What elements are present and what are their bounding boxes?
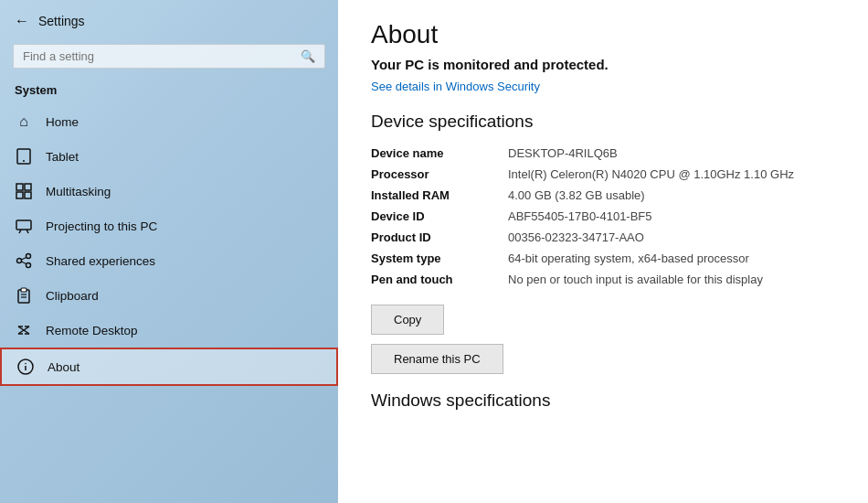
spec-label-3: Device ID	[371, 208, 499, 225]
search-icon: 🔍	[301, 49, 315, 63]
spec-value-1: Intel(R) Celeron(R) N4020 CPU @ 1.10GHz …	[508, 166, 835, 183]
nav-projecting[interactable]: Projecting to this PC	[0, 209, 338, 243]
nav-home-label: Home	[46, 115, 79, 129]
nav-tablet[interactable]: Tablet	[0, 139, 338, 174]
nav-multitasking-label: Multitasking	[46, 185, 111, 198]
nav-clipboard[interactable]: Clipboard	[0, 278, 338, 313]
projecting-icon	[15, 218, 33, 234]
home-icon	[15, 113, 33, 130]
nav-home[interactable]: Home	[0, 104, 338, 139]
nav-remote-label: Remote Desktop	[46, 324, 138, 337]
search-input[interactable]	[23, 49, 301, 63]
spec-value-4: 00356-02323-34717-AAO	[508, 229, 835, 246]
nav-clipboard-label: Clipboard	[46, 289, 99, 303]
svg-rect-2	[16, 184, 23, 190]
clipboard-icon	[15, 287, 33, 304]
nav-multitasking[interactable]: Multitasking	[0, 174, 338, 209]
svg-rect-3	[25, 184, 31, 190]
spec-value-6: No pen or touch input is available for t…	[508, 271, 835, 288]
spec-value-2: 4.00 GB (3.82 GB usable)	[508, 187, 835, 204]
svg-point-11	[26, 263, 31, 268]
svg-rect-4	[16, 192, 23, 198]
spec-label-4: Product ID	[371, 229, 499, 246]
spec-value-0: DESKTOP-4RILQ6B	[508, 144, 835, 162]
spec-value-3: ABF55405-17B0-4101-BF5	[508, 208, 835, 225]
main-content: About Your PC is monitored and protected…	[338, 0, 868, 503]
spec-label-1: Processor	[371, 166, 499, 183]
nav-shared-label: Shared experiences	[46, 254, 155, 268]
nav-shared[interactable]: Shared experiences	[0, 243, 338, 278]
copy-button[interactable]: Copy	[371, 305, 444, 335]
device-specs-title: Device specifications	[371, 112, 835, 132]
svg-point-1	[23, 160, 25, 162]
remote-icon	[15, 322, 33, 338]
button-row: Copy	[371, 305, 835, 344]
settings-title: Settings	[38, 14, 85, 28]
nav-tablet-label: Tablet	[46, 150, 79, 164]
spec-label-5: System type	[371, 250, 499, 267]
about-icon	[16, 359, 35, 375]
nav-about-label: About	[48, 360, 79, 374]
sidebar: ← Settings 🔍 System Home Tablet Mult	[0, 0, 338, 503]
spec-label-0: Device name	[371, 144, 499, 162]
sidebar-header[interactable]: ← Settings	[0, 0, 338, 38]
page-title: About	[371, 20, 835, 49]
svg-rect-5	[25, 192, 31, 198]
rename-row: Rename this PC	[371, 344, 835, 391]
svg-line-13	[22, 262, 26, 264]
svg-point-10	[17, 259, 22, 263]
protected-text: Your PC is monitored and protected.	[371, 57, 835, 72]
spec-value-5: 64-bit operating system, x64-based proce…	[508, 250, 835, 267]
nav-projecting-label: Projecting to this PC	[46, 219, 157, 233]
nav-remote[interactable]: Remote Desktop	[0, 313, 338, 348]
system-label: System	[0, 80, 338, 104]
windows-specs-title: Windows specifications	[371, 391, 835, 411]
svg-point-9	[26, 254, 31, 259]
nav-about[interactable]: About	[0, 348, 338, 386]
search-box[interactable]: 🔍	[13, 44, 325, 69]
multitask-icon	[15, 183, 33, 199]
spec-label-6: Pen and touch	[371, 271, 499, 288]
spec-label-2: Installed RAM	[371, 187, 499, 204]
svg-point-26	[25, 363, 26, 365]
rename-button[interactable]: Rename this PC	[371, 344, 503, 374]
svg-rect-15	[21, 288, 26, 292]
specs-table: Device name DESKTOP-4RILQ6B Processor In…	[371, 144, 835, 288]
back-arrow-icon[interactable]: ←	[15, 13, 29, 29]
svg-line-12	[22, 258, 26, 261]
tablet-icon	[15, 148, 33, 165]
svg-rect-6	[16, 220, 31, 230]
shared-icon	[15, 252, 33, 269]
see-details-link[interactable]: See details in Windows Security	[371, 80, 540, 93]
